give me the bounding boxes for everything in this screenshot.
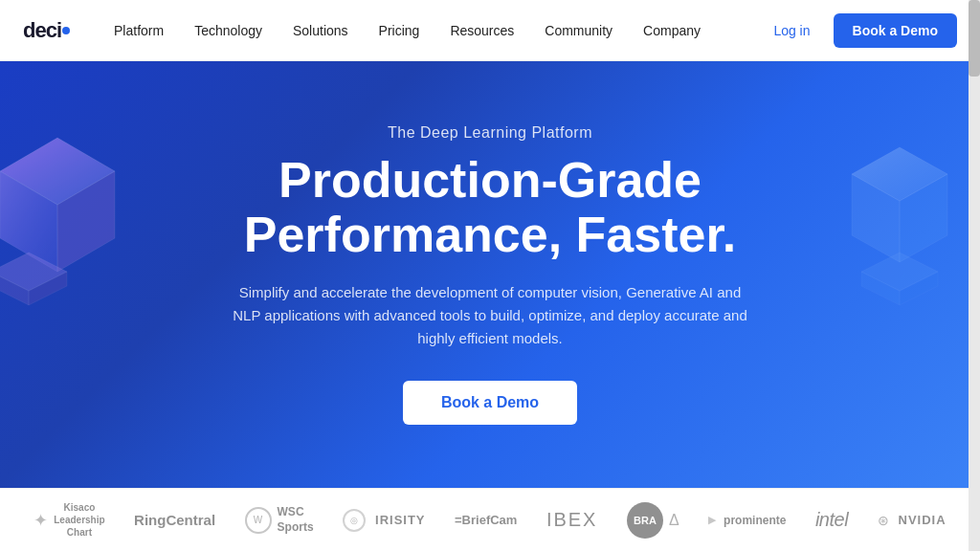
logo-item-ibex: IBEX — [546, 509, 598, 531]
logo-item-ringcentral: RingCentral — [134, 512, 215, 528]
logo-item-intel: intel — [815, 509, 848, 531]
nav-link-community[interactable]: Community — [531, 15, 626, 46]
hero-content: The Deep Learning Platform Production-Gr… — [212, 124, 768, 425]
logos-bar: ✦ KisacoLeadershipChart RingCentral W WS… — [0, 488, 980, 551]
hero-subtitle: The Deep Learning Platform — [232, 124, 748, 142]
cube-left-decoration — [0, 119, 134, 310]
hero-cta-button[interactable]: Book a Demo — [403, 381, 577, 425]
nvidia-text: NVIDIA — [899, 513, 947, 527]
logo[interactable]: deci — [23, 18, 70, 43]
ibex-text: IBEX — [546, 509, 598, 531]
logo-item-irisity: ◎ IRISITY — [343, 509, 426, 532]
hero-section: The Deep Learning Platform Production-Gr… — [0, 61, 980, 488]
logo-dot — [62, 27, 70, 34]
nav-link-company[interactable]: Company — [630, 15, 714, 46]
nav-link-pricing[interactable]: Pricing — [366, 15, 434, 46]
intel-text: intel — [815, 509, 848, 531]
logo-item-prominente: ▶ prominente — [708, 514, 786, 527]
irisity-text: IRISITY — [375, 513, 426, 527]
briefcam-text: =BriefCam — [455, 513, 517, 527]
navbar: deci PlatformTechnologySolutionsPricingR… — [0, 0, 980, 61]
login-button[interactable]: Log in — [762, 15, 821, 46]
logo-item-briefcam: =BriefCam — [455, 513, 517, 527]
nav-link-platform[interactable]: Platform — [100, 15, 177, 46]
wsc-sports-text: WSCSports — [278, 505, 314, 535]
nav-links: PlatformTechnologySolutionsPricingResour… — [100, 15, 762, 46]
nav-link-resources[interactable]: Resources — [436, 15, 527, 46]
bra-text: BRA — [634, 515, 657, 526]
logo-item-kisaco: ✦ KisacoLeadershipChart — [33, 501, 104, 539]
nav-actions: Log in Book a Demo — [762, 13, 957, 48]
hero-title: Production-GradePerformance, Faster. — [232, 153, 748, 262]
scrollbar[interactable] — [969, 0, 980, 551]
logo-text: deci — [23, 18, 61, 43]
logo-item-wsc-sports: W WSCSports — [245, 505, 314, 535]
ringcentral-text: RingCentral — [134, 512, 215, 528]
hero-description: Simplify and accelerate the development … — [232, 281, 748, 350]
bra-badge: BRA — [627, 502, 663, 539]
cube-right-decoration — [842, 138, 957, 310]
nav-link-technology[interactable]: Technology — [181, 15, 276, 46]
prominente-text: prominente — [724, 514, 786, 527]
nav-link-solutions[interactable]: Solutions — [279, 15, 362, 46]
logo-item-nvidia: ⊛ NVIDIA — [878, 513, 947, 528]
kisaco-text: KisacoLeadershipChart — [54, 501, 104, 539]
logo-item-bra: BRA Δ — [627, 502, 679, 539]
scrollbar-thumb[interactable] — [969, 0, 980, 77]
book-demo-nav-button[interactable]: Book a Demo — [834, 13, 957, 48]
